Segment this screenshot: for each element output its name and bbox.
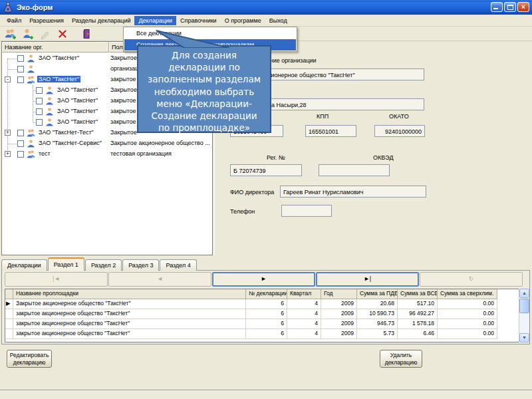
checkbox[interactable]: [17, 66, 24, 72]
checkbox[interactable]: [36, 108, 43, 115]
group-add-icon: [5, 28, 17, 40]
person-icon: [45, 107, 54, 116]
tree-item-label[interactable]: ЗАО "ТаксНет": [56, 97, 99, 104]
director-field[interactable]: Гареев Ринат Нурисламович: [280, 186, 426, 198]
bottom-tabs: Декларации Раздел 1 Раздел 2 Раздел 3 Ра…: [1, 257, 198, 271]
tab-section1[interactable]: Раздел 1: [48, 257, 84, 271]
grid-row[interactable]: закрытое акционерное общество "ТаксНет" …: [5, 309, 520, 319]
menu-exit[interactable]: Выход: [265, 16, 291, 25]
tree-item-label[interactable]: ЗАО "ТаксНет-Сервис": [37, 140, 103, 146]
help-callout: Для создания декларации по заполненным р…: [137, 45, 271, 133]
section1-panel: |◄ ◄ ► ►| ↻ Название проплощадки № декла…: [1, 270, 530, 344]
tree-item-fullname: закрытое: [110, 118, 136, 125]
current-row-marker: ▶: [5, 299, 13, 309]
grid-row[interactable]: закрытое акционерное общество "ТаксНет" …: [5, 319, 520, 329]
delete-declaration-button[interactable]: Удалить декларацию: [380, 350, 422, 368]
edit-declaration-button[interactable]: Редактировать декларацию: [7, 350, 52, 368]
tree-item-label[interactable]: ЗАО "ТаксНет": [56, 86, 99, 93]
nav-next-button[interactable]: ►: [212, 272, 315, 287]
nav-refresh-button[interactable]: ↻: [420, 272, 523, 287]
okato-field[interactable]: 92401000000: [374, 125, 425, 137]
maximize-icon: [507, 5, 513, 10]
reg-number-field[interactable]: Б 72074739: [230, 164, 302, 176]
expand-icon[interactable]: +: [5, 130, 11, 136]
col-overlimit-sum[interactable]: Сумма за сверхлим.: [438, 289, 497, 299]
tree-item-label[interactable]: ЗАО "ТаксНет-Тест": [37, 129, 95, 136]
group-icon: [27, 75, 35, 84]
grid-row[interactable]: ▶ Закрытое акционерное общество "ТаксНет…: [5, 299, 520, 309]
checkbox[interactable]: [17, 140, 24, 147]
tab-declarations[interactable]: Декларации: [1, 259, 47, 271]
tree-item-label[interactable]: тест: [37, 150, 52, 157]
declarations-grid: Название проплощадки № декларации Кварта…: [5, 289, 521, 342]
tree-row[interactable]: + тест тестовая организация: [2, 149, 212, 160]
maximize-button[interactable]: [504, 2, 516, 12]
person-icon: [27, 54, 35, 63]
grid-scrollbar[interactable]: ▲ ▼: [519, 289, 529, 342]
minimize-button[interactable]: [491, 2, 503, 12]
menu-declaration-sections[interactable]: Разделы деклараций: [68, 16, 135, 25]
expand-icon[interactable]: +: [5, 151, 11, 157]
close-button[interactable]: ×: [517, 2, 529, 12]
tree-row[interactable]: ЗАО "ТаксНет-Сервис" Закрытое акционерно…: [2, 138, 212, 149]
col-pdv-sum[interactable]: Сумма за ПДВ: [357, 289, 398, 299]
phone-label: Телефон: [230, 208, 255, 215]
group-icon: [27, 150, 35, 158]
tree-item-label[interactable]: ЗАО "ТаксНет": [37, 55, 80, 61]
add-organization-button[interactable]: [3, 27, 18, 41]
checkbox[interactable]: [36, 119, 43, 126]
app-window: Эко-форм × Файл Разрешения Разделы декла…: [0, 0, 532, 399]
menu-directories[interactable]: Справочники: [176, 16, 221, 25]
tab-section3[interactable]: Раздел 3: [122, 259, 159, 271]
phone-field[interactable]: [281, 205, 332, 217]
nav-first-button[interactable]: |◄: [5, 272, 108, 287]
kpp-label: КПП: [317, 113, 329, 120]
exit-button[interactable]: [79, 27, 94, 41]
col-declaration-number[interactable]: № декларации: [246, 289, 287, 299]
checkbox[interactable]: [36, 87, 43, 94]
col-year[interactable]: Год: [321, 289, 357, 299]
reg-number-label: Рег. №: [267, 154, 285, 161]
tree-item-label[interactable]: ЗАО "ТаксНет": [56, 118, 99, 125]
scrollbar-thumb[interactable]: [519, 299, 529, 313]
menu-bar: Файл Разрешения Разделы деклараций Декла…: [0, 15, 532, 27]
callout-arrow-icon: [150, 27, 233, 48]
tree-item-label[interactable]: ЗАО "ТаксНет": [56, 108, 99, 114]
col-quarter[interactable]: Квартал: [287, 289, 321, 299]
user-add-icon: [22, 28, 34, 40]
director-label: ФИО директора: [230, 189, 274, 196]
tree-item-label[interactable]: ЗАО "ТаксНет": [37, 76, 80, 82]
kpp-field[interactable]: 165501001: [305, 125, 356, 137]
col-site-name[interactable]: Название проплощадки: [13, 289, 246, 299]
tab-section2[interactable]: Раздел 2: [85, 259, 122, 271]
okved-label: ОКВЭД: [373, 154, 394, 161]
menu-about[interactable]: О программе: [221, 16, 265, 25]
checkbox[interactable]: [17, 130, 24, 136]
tab-section4[interactable]: Раздел 4: [160, 259, 196, 271]
menu-file[interactable]: Файл: [3, 16, 25, 25]
person-icon: [27, 139, 35, 148]
nav-last-button[interactable]: ►|: [316, 272, 419, 287]
scroll-down-icon[interactable]: ▼: [519, 333, 529, 342]
tree-item-fullname: закрытое: [110, 97, 136, 104]
grid-row[interactable]: закрытое акционерное общество "ТаксНет" …: [5, 329, 520, 339]
checkbox[interactable]: [17, 151, 24, 158]
okved-field[interactable]: [319, 164, 390, 176]
checkbox[interactable]: [36, 98, 43, 104]
checkbox[interactable]: [17, 55, 24, 62]
title-bar: Эко-форм ×: [0, 0, 532, 15]
nav-prior-button[interactable]: ◄: [108, 272, 211, 287]
edit-button-disabled[interactable]: [38, 27, 53, 41]
menu-permissions[interactable]: Разрешения: [25, 16, 68, 25]
tree-col-name[interactable]: Название орг.: [2, 42, 109, 53]
tree-item-fullname: Закрытое: [110, 55, 137, 61]
col-vsv-sum[interactable]: Сумма за ВСВ: [398, 289, 438, 299]
scroll-up-icon[interactable]: ▲: [519, 289, 529, 298]
group-icon: [27, 128, 35, 137]
checkbox[interactable]: [17, 76, 24, 83]
collapse-icon[interactable]: -: [5, 76, 11, 82]
add-user-button[interactable]: [21, 27, 35, 41]
record-navigator: |◄ ◄ ► ►| ↻: [5, 272, 523, 287]
delete-button[interactable]: [55, 27, 70, 41]
menu-declarations[interactable]: Декларации: [134, 16, 176, 25]
